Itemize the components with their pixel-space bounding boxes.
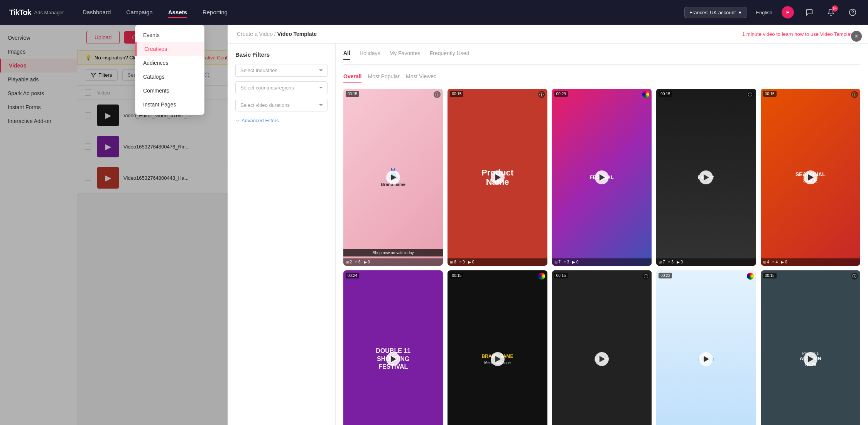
avatar[interactable]: F [782,6,794,19]
nav-reporting[interactable]: Reporting [203,7,228,18]
dropdown-item-audiences[interactable]: Audiences [135,56,204,70]
template-card[interactable]: Fashion 00:15 ⓘ ⊞ 7 ≡ 3 ▶ 0 [656,89,756,266]
tab-my-favorites[interactable]: My Favorites [390,50,420,59]
dropdown-item-events[interactable]: Events [135,28,204,42]
dropdown-item-creatives[interactable]: Creatives [135,42,204,56]
template-card[interactable]: Product 1 AUTUMNNEW 00:15 ⓘ ⊞ 7 ≡ 5 ▶ 0 [761,270,860,425]
stat-video: ▶ 0 [677,260,683,264]
card-overlay-text: Shop new arrivals today [343,249,443,256]
template-card[interactable]: ProductName 00:15 ⓘ ⊞ 8 ≡ 9 ▶ 0 [448,89,547,266]
template-card[interactable]: DOUBLE 11SHOPPINGFESTIVAL 00:24 ⊞ 13 ≡ 4… [343,270,443,425]
stat-images: ⊞ 2 [346,260,352,264]
help-icon[interactable] [846,6,859,19]
messages-icon[interactable] [803,6,816,19]
expand-icon [235,118,240,123]
top-navigation: TikTok Ads Manager Dashboard Campaign As… [0,0,868,25]
template-card[interactable]: FESTIVAL 00:29 ⓘ ⊞ 7 ≡ 3 ▶ 0 [552,89,652,266]
account-selector[interactable]: Frances' UK account ▾ [684,7,746,18]
advanced-filters-label: Advanced Filters [241,118,279,123]
card-stats: ⊞ 2 ≡ 6 ▶ 0 [343,258,443,266]
card-duration: 00:29 [554,91,568,97]
card-duration: 00:15 [659,91,672,97]
template-thumb: FESTIVAL [552,89,652,266]
dropdown-item-instant-pages[interactable]: Instant Pages [135,98,204,111]
stat-text: ≡ 3 [668,260,674,264]
nav-right: Frances' UK account ▾ English F 9+ [684,6,859,19]
stat-images: ⊞ 8 [450,260,456,264]
template-thumb: Product 1 AUTUMNNEW [761,270,860,425]
rainbow-indicator [747,273,754,280]
nav-assets[interactable]: Assets [168,7,187,18]
card-duration: 00:15 [763,273,777,278]
subtab-most-viewed[interactable]: Most Viewed [406,71,437,83]
play-button[interactable] [699,352,713,366]
info-button[interactable]: ⓘ [851,91,858,98]
modal-close-button[interactable]: × [851,31,862,42]
nav-dashboard[interactable]: Dashboard [83,7,111,18]
template-thumb: ProductName [448,89,547,266]
dropdown-menu: Events Creatives Audiences Catalogs Comm… [135,25,204,115]
modal-body: Basic Filters Select Industries Select c… [228,44,868,425]
play-button[interactable] [804,352,817,366]
stat-images: ⊞ 4 [763,260,769,264]
template-card[interactable]: Lifestyle 00:22 ⓘ ⊞ 7 ≡ 4 ▶ 0 [656,270,756,425]
tab-frequently-used[interactable]: Frequently Used [430,50,469,59]
stat-text: ≡ 6 [355,260,360,264]
template-thumb: Fashion [656,89,756,266]
template-card[interactable]: 👗 Brand name 00:15 ⓘ Shop new arrivals t… [343,89,443,266]
play-button[interactable] [699,170,713,184]
stat-images: ⊞ 7 [554,260,561,264]
play-button[interactable] [491,352,505,366]
card-duration: 00:15 [450,91,463,97]
templates-grid: 👗 Brand name 00:15 ⓘ Shop new arrivals t… [343,89,860,425]
templates-panel: All Holidays My Favorites Frequently Use… [336,44,868,425]
notification-badge: 9+ [832,5,838,12]
dropdown-item-comments[interactable]: Comments [135,84,204,98]
play-button[interactable] [595,352,609,366]
duration-filter[interactable]: Select video durations [235,99,328,111]
template-card[interactable]: SEASONALSALE 00:15 ⓘ ⊞ 4 ≡ 4 ▶ 0 [761,89,860,266]
stat-video: ▶ 0 [572,260,578,264]
card-duration: 00:15 [450,273,463,278]
info-button[interactable]: ⓘ [747,91,754,98]
card-duration: 00:15 [763,91,777,97]
tab-holidays[interactable]: Holidays [360,50,380,59]
stat-text: ≡ 4 [772,260,778,264]
learn-link[interactable]: 1 minute video to learn how to use Video… [742,31,859,37]
stat-video: ▶ 0 [781,260,787,264]
advanced-filters-link[interactable]: Advanced Filters [235,118,328,123]
template-card[interactable]: BRAND NAME Men's Boutique 00:15 ⓘ ⊞ 4 ≡ … [448,270,547,425]
play-button[interactable] [491,170,505,184]
breadcrumb-separator: / [274,31,277,37]
play-button[interactable] [386,170,400,184]
template-card[interactable]: Fashion 00:15 ⓘ ⊞ 2 ≡ 4 ▶ 0 [552,270,652,425]
card-duration: 00:15 [554,273,568,278]
notifications-icon[interactable]: 9+ [825,6,837,19]
industry-filter[interactable]: Select Industries [235,64,328,77]
subtab-overall[interactable]: Overall [343,71,361,83]
dropdown-item-catalogs[interactable]: Catalogs [135,70,204,84]
country-filter[interactable]: Select countries/regions [235,81,328,94]
card-stats: ⊞ 4 ≡ 4 ▶ 0 [761,258,860,266]
stat-images: ⊞ 7 [659,260,665,264]
play-button[interactable] [804,170,817,184]
tab-all[interactable]: All [343,50,350,60]
subtab-most-popular[interactable]: Most Popular [368,71,399,83]
video-template-modal: × Create a Video / Video Template 1 minu… [228,25,868,425]
sub-tabs: Overall Most Popular Most Viewed [343,71,860,83]
play-button[interactable] [386,352,400,366]
card-stats: ⊞ 7 ≡ 3 ▶ 0 [656,258,756,266]
breadcrumb-current: Video Template [277,31,317,37]
info-button[interactable]: ⓘ [538,91,545,98]
card-duration: 00:24 [346,273,359,278]
filters-panel: Basic Filters Select Industries Select c… [228,44,336,425]
nav-campaign[interactable]: Campaign [126,7,152,18]
language-selector[interactable]: English [756,10,772,15]
nav-links: Dashboard Campaign Assets Reporting [83,7,228,18]
card-duration: 00:15 [346,91,359,97]
play-button[interactable] [595,170,609,184]
template-thumb: DOUBLE 11SHOPPINGFESTIVAL [343,270,443,425]
filters-title: Basic Filters [235,51,328,58]
template-thumb: 👗 Brand name [343,89,443,266]
main-tabs: All Holidays My Favorites Frequently Use… [343,50,860,65]
